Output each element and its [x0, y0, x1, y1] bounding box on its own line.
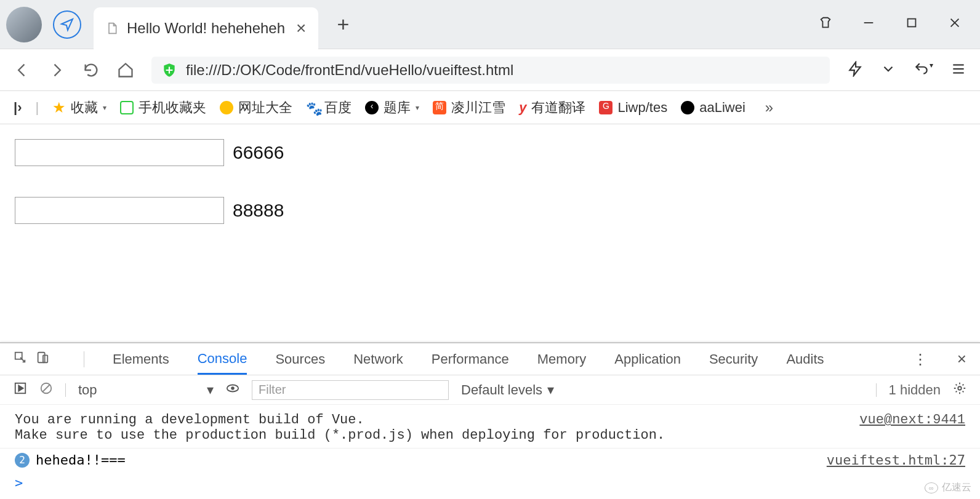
mobile-fav[interactable]: 手机收藏夹 — [120, 98, 206, 117]
svg-point-16 — [958, 386, 962, 390]
bm-baidu[interactable]: 🐾百度 — [306, 98, 351, 117]
bm-aaliwei[interactable]: aaLiwei — [681, 100, 745, 116]
tab-network[interactable]: Network — [353, 351, 403, 367]
back-icon[interactable] — [14, 62, 31, 79]
window-controls — [819, 16, 974, 33]
live-expression-icon[interactable] — [226, 381, 239, 399]
context-selector[interactable]: top▾ — [78, 382, 214, 398]
bm-wzdq[interactable]: 网址大全 — [220, 98, 292, 117]
devtools-panel: Elements Console Sources Network Perform… — [0, 342, 980, 499]
execution-icon[interactable] — [14, 381, 27, 399]
svg-line-13 — [43, 385, 50, 391]
log-text: heheda!!=== — [36, 452, 126, 468]
minimize-icon[interactable] — [862, 16, 875, 33]
tab-performance[interactable]: Performance — [432, 351, 509, 367]
bolt-icon[interactable] — [847, 61, 863, 79]
content-row-0: 66666 — [15, 139, 965, 166]
value-0: 66666 — [233, 142, 284, 163]
shield-icon — [161, 62, 177, 78]
devtools-more-icon[interactable]: ⋮ — [913, 351, 929, 368]
url-box[interactable]: file:///D:/OK/Code/frontEnd/vueHello/vue… — [151, 57, 830, 84]
devtools-close-icon[interactable]: × — [957, 349, 966, 369]
tab-sources[interactable]: Sources — [275, 351, 325, 367]
code-icon[interactable]: |› — [14, 100, 22, 116]
inspect-icon[interactable] — [14, 351, 27, 368]
console-output: You are running a development build of V… — [0, 405, 980, 448]
source-link-2[interactable]: vueiftest.html:27 — [827, 452, 965, 468]
device-icon[interactable] — [36, 351, 49, 368]
reload-icon[interactable] — [82, 62, 100, 79]
page-content: 66666 88888 — [0, 124, 980, 269]
svg-point-15 — [231, 386, 235, 390]
bm-lcjx[interactable]: 简凌川江雪 — [433, 98, 505, 117]
source-link[interactable]: vue@next:9441 — [859, 412, 965, 428]
tab-security[interactable]: Security — [709, 351, 758, 367]
console-warn-line2: Make sure to use the production build (*… — [15, 428, 965, 443]
console-toolbar: top▾ Filter Default levels▾ 1 hidden — [0, 375, 980, 405]
tab-elements[interactable]: Elements — [113, 351, 169, 367]
tab-application[interactable]: Application — [614, 351, 681, 367]
favorites-menu[interactable]: ★收藏▾ — [52, 98, 106, 117]
value-1: 88888 — [233, 200, 284, 221]
watermark: ∞亿速云 — [925, 481, 971, 494]
url-text: file:///D:/OK/Code/frontEnd/vueHello/vue… — [186, 62, 513, 79]
log-levels[interactable]: Default levels▾ — [461, 382, 554, 398]
forward-icon[interactable] — [48, 62, 65, 79]
menu-icon[interactable] — [950, 61, 966, 79]
bookmarks-overflow-icon[interactable]: » — [765, 99, 773, 116]
close-window-icon[interactable] — [948, 16, 962, 33]
address-bar: file:///D:/OK/Code/frontEnd/vueHello/vue… — [0, 49, 980, 91]
console-prompt[interactable]: > — [0, 471, 980, 499]
tabstrip: Hello World! heheheheh × + — [0, 0, 980, 49]
tshirt-icon[interactable] — [819, 16, 832, 33]
bm-tiku[interactable]: ‹题库▾ — [365, 98, 419, 117]
bm-liwp[interactable]: GLiwp/tes — [599, 100, 667, 116]
home-icon[interactable] — [117, 62, 134, 79]
console-settings-icon[interactable] — [953, 381, 966, 399]
hidden-count[interactable]: 1 hidden — [889, 382, 941, 398]
bm-youdao[interactable]: y有道翻译 — [519, 98, 585, 117]
console-warn-line: You are running a development build of V… — [15, 412, 965, 428]
clear-console-icon[interactable] — [39, 381, 53, 399]
svg-marker-11 — [18, 385, 23, 391]
browser-tab[interactable]: Hello World! heheheheh × — [94, 7, 318, 49]
file-icon — [106, 21, 118, 36]
tab-console[interactable]: Console — [198, 351, 247, 375]
tab-audits[interactable]: Audits — [786, 351, 824, 367]
svg-rect-8 — [38, 352, 45, 362]
svg-rect-1 — [908, 18, 916, 26]
input-0[interactable] — [15, 139, 224, 166]
count-badge: 2 — [15, 453, 30, 468]
tab-memory[interactable]: Memory — [537, 351, 586, 367]
new-tab-button[interactable]: + — [337, 12, 349, 36]
console-log-row: 2 heheda!!=== vueiftest.html:27 — [0, 448, 980, 471]
bookmarks-bar: |› | ★收藏▾ 手机收藏夹 网址大全 🐾百度 ‹题库▾ 简凌川江雪 y有道翻… — [0, 91, 980, 124]
filter-input[interactable]: Filter — [252, 380, 449, 400]
maximize-icon[interactable] — [905, 16, 918, 33]
close-tab-icon[interactable]: × — [285, 18, 306, 38]
content-row-1: 88888 — [15, 197, 965, 224]
undo-icon[interactable]: ▾ — [914, 61, 933, 79]
input-1[interactable] — [15, 197, 224, 224]
fav-label: 收藏 — [71, 98, 98, 117]
chevron-down-icon[interactable] — [880, 61, 896, 79]
profile-avatar[interactable] — [6, 7, 42, 42]
devtools-tabs: Elements Console Sources Network Perform… — [0, 343, 980, 375]
tab-title: Hello World! heheheheh — [127, 20, 285, 37]
navigation-icon[interactable] — [53, 10, 81, 39]
